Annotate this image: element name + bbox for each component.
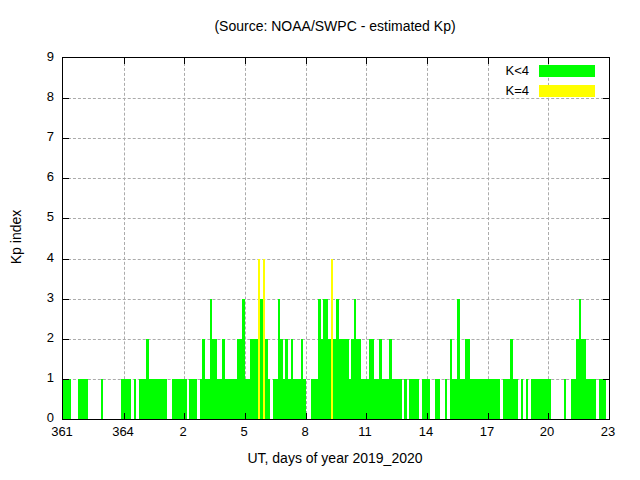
kp-bar <box>594 379 596 419</box>
y-tick-label: 7 <box>0 129 54 145</box>
y-tick-label: 5 <box>0 209 54 225</box>
x-tick-label: 5 <box>240 424 247 439</box>
x-tick-mark <box>184 58 185 64</box>
v-gridline <box>245 58 246 419</box>
kp-bar <box>129 379 131 419</box>
y-tick-mark <box>603 178 609 179</box>
y-tick-label: 2 <box>0 330 54 346</box>
y-tick-label: 0 <box>0 410 54 426</box>
kp-bar <box>445 379 447 419</box>
x-tick-mark <box>124 413 125 419</box>
kp-bar <box>164 379 167 419</box>
legend-label-klt4: K<4 <box>506 63 530 78</box>
kp-bar <box>604 379 606 419</box>
y-tick-label: 1 <box>0 370 54 386</box>
y-tick-mark <box>603 98 609 99</box>
v-gridline <box>184 58 185 419</box>
x-tick-label: 364 <box>112 424 134 439</box>
h-gridline <box>63 98 609 99</box>
y-tick-label: 4 <box>0 250 54 266</box>
y-tick-mark <box>603 259 609 260</box>
kp-bar <box>417 379 419 419</box>
y-tick-label: 9 <box>0 49 54 65</box>
x-tick-label: 2 <box>179 424 186 439</box>
kp-bar <box>101 379 103 419</box>
kp-bar <box>526 379 528 419</box>
x-tick-label: 14 <box>419 424 433 439</box>
kp-bar <box>498 379 500 419</box>
kp-bar <box>194 379 197 419</box>
x-tick-mark <box>488 413 489 419</box>
y-tick-mark <box>603 339 609 340</box>
x-tick-mark <box>124 58 125 64</box>
x-tick-label: 23 <box>601 424 615 439</box>
kp-bar <box>437 379 440 419</box>
y-tick-mark <box>603 379 609 380</box>
y-tick-mark <box>63 218 69 219</box>
h-gridline <box>63 178 609 179</box>
y-tick-label: 8 <box>0 89 54 105</box>
kp-bar <box>521 379 523 419</box>
v-gridline <box>427 58 428 419</box>
x-tick-mark <box>306 58 307 64</box>
x-tick-label: 20 <box>540 424 554 439</box>
x-tick-mark <box>427 58 428 64</box>
x-tick-mark <box>488 58 489 64</box>
y-tick-label: 3 <box>0 290 54 306</box>
x-tick-mark <box>306 413 307 419</box>
y-tick-mark <box>603 299 609 300</box>
v-gridline <box>124 58 125 419</box>
legend-row-klt4: K<4 <box>506 63 596 78</box>
x-tick-mark <box>366 413 367 419</box>
kp-bar <box>86 379 88 419</box>
h-gridline <box>63 218 609 219</box>
y-tick-mark <box>63 98 69 99</box>
x-tick-label: 361 <box>51 424 73 439</box>
y-tick-mark <box>603 138 609 139</box>
y-tick-mark <box>63 339 69 340</box>
legend-swatch-yellow <box>539 85 595 97</box>
h-gridline <box>63 138 609 139</box>
x-tick-label: 17 <box>480 424 494 439</box>
x-tick-label: 11 <box>358 424 372 439</box>
kp-bar <box>134 379 136 419</box>
h-gridline <box>63 259 609 260</box>
x-tick-label: 8 <box>301 424 308 439</box>
y-tick-mark <box>63 138 69 139</box>
y-tick-mark <box>603 218 609 219</box>
legend-label-keq4: K=4 <box>506 83 530 98</box>
y-tick-mark <box>63 178 69 179</box>
kp-bar <box>268 379 270 419</box>
y-tick-mark <box>63 379 69 380</box>
x-tick-mark <box>366 58 367 64</box>
x-tick-mark <box>245 413 246 419</box>
x-tick-mark <box>184 413 185 419</box>
plot-area: K<4 K=4 <box>62 57 610 420</box>
y-tick-mark <box>63 259 69 260</box>
kp-bar <box>68 379 71 419</box>
y-tick-mark <box>63 299 69 300</box>
v-gridline <box>366 58 367 419</box>
x-tick-mark <box>548 413 549 419</box>
chart-title: (Source: NOAA/SWPC - estimated Kp) <box>62 18 608 34</box>
legend-row-keq4: K=4 <box>506 83 596 98</box>
legend: K<4 K=4 <box>506 63 596 98</box>
x-tick-mark <box>427 413 428 419</box>
v-gridline <box>306 58 307 419</box>
kp-bar <box>399 379 402 419</box>
kp-bar <box>564 379 566 419</box>
kp-bar <box>404 379 407 419</box>
kp-chart: (Source: NOAA/SWPC - estimated Kp) Kp in… <box>0 0 640 480</box>
x-tick-mark <box>245 58 246 64</box>
legend-swatch-green <box>539 65 595 77</box>
y-tick-label: 6 <box>0 169 54 185</box>
kp-bar <box>515 379 518 419</box>
x-axis-label: UT, days of year 2019_2020 <box>62 450 608 466</box>
v-gridline <box>488 58 489 419</box>
v-gridline <box>548 58 549 419</box>
